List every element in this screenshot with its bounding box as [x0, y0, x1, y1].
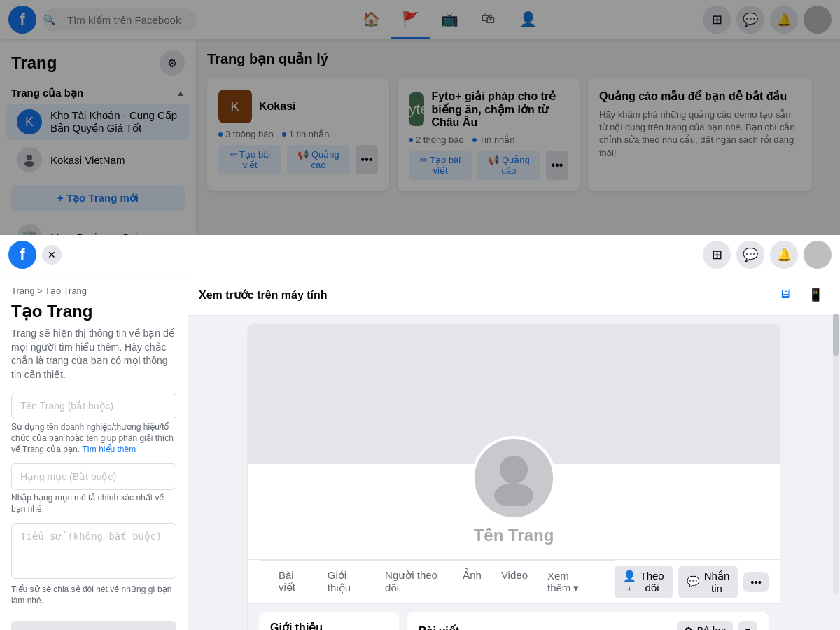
form-field-bio: Tiểu sử sẽ chia sẻ đôi nét về những gì b… [11, 523, 176, 606]
theo-doi-label: Theo dõi [640, 570, 664, 594]
preview-tab-bai-viet[interactable]: Bài viết [270, 564, 316, 600]
preview-nav-tabs: Bài viết Giới thiệu Người theo dõi Ảnh V… [259, 560, 615, 603]
preview-action-btns: 👤+ Theo dõi 💬 Nhắn tin ••• [615, 566, 769, 598]
preview-tab-nguoi-theo-doi[interactable]: Người theo dõi [377, 564, 451, 600]
nhan-tin-btn[interactable]: 💬 Nhắn tin [678, 566, 738, 598]
bo-loc-icon: ⚙ [684, 625, 693, 630]
bo-loc-btn[interactable]: ⚙ Bộ lọc [677, 621, 733, 630]
theo-doi-btn[interactable]: 👤+ Theo dõi [615, 566, 673, 598]
avatar-person-svg [486, 450, 542, 506]
preview-icons: 🖥 📱 [773, 283, 829, 307]
preview-scrollbar-thumb[interactable] [833, 314, 839, 356]
bai-viet-dropdown-btn[interactable]: ▾ [738, 621, 757, 630]
back-btn-overlay[interactable]: ✕ [42, 245, 62, 265]
tao-trang-desc: Trang sẽ hiện thị thông tin về bạn để mọ… [11, 327, 176, 382]
preview-header: Xem trước trên máy tính 🖥 📱 [188, 274, 840, 316]
preview-title: Xem trước trên máy tính [199, 288, 328, 302]
mobile-preview-icon[interactable]: 📱 [802, 283, 829, 307]
preview-scrollbar-track[interactable] [833, 314, 839, 594]
svg-point-2 [500, 456, 528, 484]
user-avatar-overlay[interactable] [804, 241, 832, 269]
page-bio-input[interactable] [11, 523, 176, 579]
create-page-submit-btn[interactable]: Tạo Trang [11, 621, 176, 630]
preview-tab-gioi-thieu[interactable]: Giới thiệu [319, 564, 374, 600]
preview-tab-video[interactable]: Video [493, 564, 536, 600]
preview-card: Tên Trang Bài viết Giới thiệu Người theo… [248, 324, 780, 630]
messenger-icon-overlay[interactable]: 💬 [736, 241, 764, 269]
preview-bottom: Giới thiệu Bài viết ⚙ Bộ lọc ▾ [248, 604, 780, 630]
preview-gioi-thieu-card: Giới thiệu [259, 612, 399, 630]
fb-logo-overlay: f [8, 241, 36, 269]
nav-right-overlay: ⊞ 💬 🔔 [703, 241, 832, 269]
grid-icon-overlay[interactable]: ⊞ [703, 241, 731, 269]
preview-content: Tên Trang Bài viết Giới thiệu Người theo… [188, 316, 840, 630]
theo-doi-icon: 👤+ [623, 570, 636, 594]
bo-loc-label: Bộ lọc [697, 625, 726, 630]
preview-tab-anh[interactable]: Ảnh [454, 564, 490, 600]
preview-avatar [472, 436, 556, 520]
preview-more-dots-btn[interactable]: ••• [743, 572, 769, 592]
page-name-input[interactable] [11, 393, 176, 419]
nhan-tin-icon: 💬 [687, 575, 700, 588]
top-nav-overlay: f ✕ ⊞ 💬 🔔 [0, 235, 840, 274]
nhan-tin-label: Nhắn tin [704, 570, 730, 594]
nav-center-overlay [62, 235, 703, 274]
form-field-name: Sử dụng tên doanh nghiệp/thương hiệu/tổ … [11, 393, 176, 455]
preview-bai-viet-card: Bài viết ⚙ Bộ lọc ▾ [407, 612, 769, 630]
preview-profile-area: Tên Trang [248, 464, 780, 559]
preview-nav-row: Bài viết Giới thiệu Người theo dõi Ảnh V… [248, 559, 780, 604]
form-field-category: Nhập hạng mục mô tả chính xác nhất về bạ… [11, 463, 176, 514]
page-name-hint-link[interactable]: Tìm hiểu thêm [82, 444, 136, 454]
breadcrumb: Trang > Tạo Trang [11, 286, 176, 296]
page-category-hint: Nhập hạng mục mô tả chính xác nhất về bạ… [11, 493, 176, 514]
preview-tab-xem-them[interactable]: Xem thêm ▾ [539, 564, 603, 600]
bai-viet-actions: ⚙ Bộ lọc ▾ [677, 621, 757, 630]
tao-trang-title: Tạo Trang [11, 302, 176, 321]
desktop-preview-icon[interactable]: 🖥 [773, 283, 797, 307]
bell-icon-overlay[interactable]: 🔔 [770, 241, 798, 269]
preview-area: Xem trước trên máy tính 🖥 📱 [188, 274, 840, 630]
page-name-hint: Sử dụng tên doanh nghiệp/thương hiệu/tổ … [11, 422, 176, 455]
overlay-fb: f ✕ ⊞ 💬 🔔 Trang > Tạo Trang Tạo Trang Tr… [0, 235, 840, 630]
bai-viet-label: Bài viết [419, 624, 459, 631]
sidebar-tao-trang: Trang > Tạo Trang Tạo Trang Trang sẽ hiệ… [0, 274, 188, 630]
svg-point-3 [494, 483, 533, 506]
page-bio-hint: Tiểu sử sẽ chia sẻ đôi nét về những gì b… [11, 584, 176, 606]
preview-page-name: Tên Trang [474, 526, 554, 545]
gioi-thieu-label: Giới thiệu [270, 622, 323, 630]
page-category-input[interactable] [11, 463, 176, 490]
